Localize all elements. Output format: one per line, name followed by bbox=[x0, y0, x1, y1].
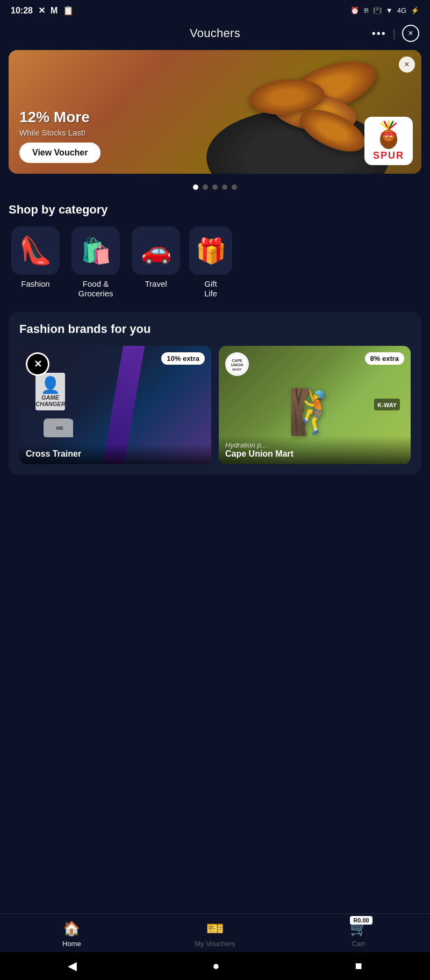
category-item-food[interactable]: 🛍️ Food &Groceries bbox=[69, 226, 123, 299]
cross-trainer-name: Cross Trainer bbox=[26, 449, 205, 459]
signal-icon: 4G bbox=[397, 6, 406, 15]
cape-union-content: Hydration p... Cape Union Mart bbox=[219, 436, 411, 464]
status-left: 10:28 ✕ M 📋 bbox=[11, 5, 74, 16]
carousel-dot-3[interactable] bbox=[212, 184, 218, 190]
svg-rect-11 bbox=[381, 132, 396, 136]
spur-logo: SPUR bbox=[364, 117, 413, 165]
cape-union-sub: Hydration p... bbox=[225, 441, 404, 449]
promo-banner: × 12% More While Stocks Last! View Vouch… bbox=[9, 50, 421, 174]
promo-subtitle: While Stocks Last! bbox=[19, 128, 346, 137]
more-options-button[interactable]: ••• bbox=[372, 27, 386, 40]
header: Vouchers ••• | × bbox=[0, 19, 430, 50]
promo-close-button[interactable]: × bbox=[399, 56, 415, 73]
spur-brand-name: SPUR bbox=[373, 150, 404, 161]
promo-title: 12% More bbox=[19, 109, 346, 126]
category-item-gift[interactable]: 🎁 GiftLife bbox=[189, 226, 232, 299]
carousel-dot-4[interactable] bbox=[222, 184, 227, 190]
cross-trainer-badge: 10% extra bbox=[161, 352, 205, 365]
cape-union-badge: 8% extra bbox=[365, 352, 404, 365]
carousel-dots bbox=[0, 184, 430, 190]
carousel-dot-2[interactable] bbox=[203, 184, 208, 190]
recent-button[interactable]: ■ bbox=[355, 959, 362, 973]
clipboard-icon: 📋 bbox=[63, 5, 74, 16]
cart-badge: R0.00 bbox=[350, 916, 372, 925]
fashion-brands-title: Fashion brands for you bbox=[19, 322, 411, 336]
gift-icon-wrap: 🎁 bbox=[189, 226, 232, 275]
wifi-icon: ▼ bbox=[386, 6, 393, 15]
view-voucher-button[interactable]: View Voucher bbox=[19, 143, 101, 163]
brand-card-cross-trainer[interactable]: ✕ 10% extra 👤 GAMECHANGER NB Cross Train… bbox=[19, 346, 211, 464]
vibrate-icon: 📳 bbox=[373, 6, 382, 15]
cart-wrapper: 🛒 R0.00 bbox=[350, 920, 367, 937]
gmail-icon: M bbox=[51, 6, 58, 16]
food-label: Food &Groceries bbox=[78, 279, 113, 299]
shop-by-category-section: Shop by category 👠 Fashion 🛍️ Food &Groc… bbox=[0, 203, 430, 299]
brand-cards-list: ✕ 10% extra 👤 GAMECHANGER NB Cross Train… bbox=[19, 346, 411, 464]
nav-cart[interactable]: 🛒 R0.00 Cart bbox=[337, 920, 380, 948]
status-time: 10:28 bbox=[11, 6, 33, 16]
travel-label: Travel bbox=[145, 279, 167, 289]
fashion-icon-wrap: 👠 bbox=[11, 226, 60, 275]
gift-label: GiftLife bbox=[204, 279, 217, 299]
gift-icon: 🎁 bbox=[196, 236, 226, 265]
twitter-icon: ✕ bbox=[38, 5, 45, 16]
food-icon-wrap: 🛍️ bbox=[71, 226, 120, 275]
battery-icon: ⚡ bbox=[411, 6, 419, 15]
spur-logo-svg bbox=[372, 120, 405, 150]
vouchers-icon: 🎫 bbox=[206, 920, 224, 937]
cross-trainer-logo: ✕ bbox=[26, 352, 49, 376]
fashion-icon: 👠 bbox=[19, 235, 52, 266]
alarm-icon: ⏰ bbox=[350, 6, 359, 15]
svg-text:MART: MART bbox=[232, 368, 242, 371]
home-button[interactable]: ● bbox=[212, 959, 219, 973]
fashion-brands-section: Fashion brands for you ✕ 10% extra 👤 GAM… bbox=[9, 311, 421, 475]
svg-text:UNION: UNION bbox=[231, 363, 243, 367]
fashion-label: Fashion bbox=[21, 279, 49, 289]
cape-union-name: Cape Union Mart bbox=[225, 449, 404, 459]
cape-union-logo: CAPE UNION MART bbox=[225, 352, 249, 376]
system-nav: ◀ ● ■ bbox=[0, 952, 430, 980]
categories-list: 👠 Fashion 🛍️ Food &Groceries 🚗 Travel 🎁 … bbox=[9, 226, 421, 299]
shop-by-category-title: Shop by category bbox=[9, 203, 421, 217]
carousel-dot-1[interactable] bbox=[193, 184, 198, 190]
nav-home[interactable]: 🏠 Home bbox=[50, 920, 93, 948]
header-actions: ••• | × bbox=[372, 25, 419, 42]
home-icon: 🏠 bbox=[63, 920, 80, 937]
vouchers-label: My Vouchers bbox=[195, 940, 235, 948]
back-button[interactable]: ◀ bbox=[68, 959, 77, 973]
svg-text:✕: ✕ bbox=[34, 359, 42, 370]
carousel-dot-5[interactable] bbox=[232, 184, 237, 190]
svg-text:CAPE: CAPE bbox=[232, 359, 242, 363]
header-divider: | bbox=[393, 27, 396, 40]
nav-vouchers[interactable]: 🎫 My Vouchers bbox=[194, 920, 236, 948]
promo-content: 12% More While Stocks Last! View Voucher bbox=[9, 101, 421, 174]
bottom-nav: 🏠 Home 🎫 My Vouchers 🛒 R0.00 Cart bbox=[0, 913, 430, 952]
home-label: Home bbox=[62, 940, 81, 948]
brand-card-cape-union[interactable]: CAPE UNION MART 8% extra 🧗 K-WAY Hydrati… bbox=[219, 346, 411, 464]
status-bar: 10:28 ✕ M 📋 ⏰ 𝔅 📳 ▼ 4G ⚡ bbox=[0, 0, 430, 19]
category-item-fashion[interactable]: 👠 Fashion bbox=[9, 226, 62, 299]
page-title: Vouchers bbox=[190, 26, 240, 40]
category-item-travel[interactable]: 🚗 Travel bbox=[129, 226, 183, 299]
bluetooth-icon: 𝔅 bbox=[363, 6, 369, 15]
cross-trainer-content: Cross Trainer bbox=[19, 444, 211, 464]
cart-label: Cart bbox=[352, 940, 365, 948]
travel-icon-wrap: 🚗 bbox=[132, 226, 180, 275]
travel-icon: 🚗 bbox=[141, 236, 171, 265]
close-button[interactable]: × bbox=[402, 25, 419, 42]
status-right: ⏰ 𝔅 📳 ▼ 4G ⚡ bbox=[350, 6, 419, 15]
food-icon: 🛍️ bbox=[81, 236, 111, 265]
